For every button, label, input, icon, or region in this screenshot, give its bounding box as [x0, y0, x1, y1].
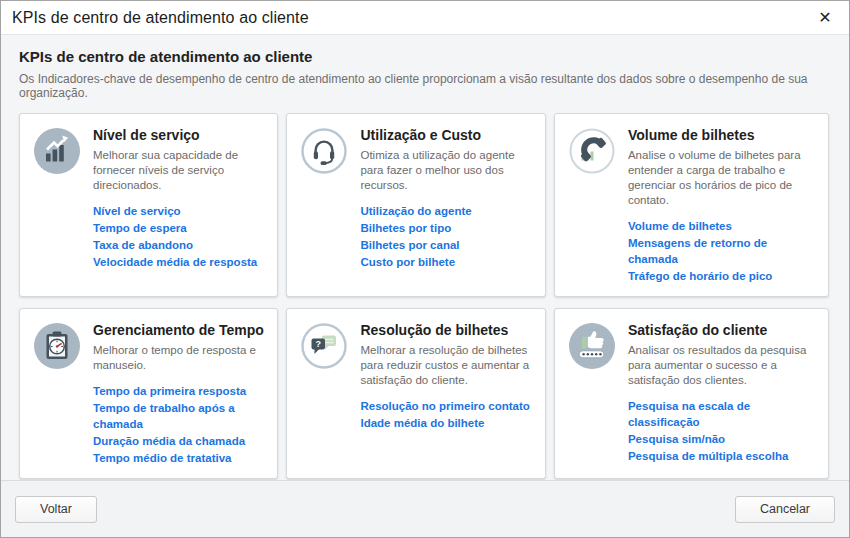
kpi-link[interactable]: Tempo de espera	[93, 220, 267, 236]
page-subtitle: Os Indicadores-chave de desempenho de ce…	[19, 72, 829, 100]
kpi-link[interactable]: Tempo da primeira resposta	[93, 383, 267, 399]
headset-icon	[301, 128, 347, 174]
kpi-dialog-window: KPIs de centro de atendimento ao cliente…	[0, 0, 850, 538]
svg-text:?: ?	[316, 339, 322, 349]
kpi-link[interactable]: Utilização do agente	[360, 203, 534, 219]
chat-question-icon: ?	[301, 323, 347, 369]
card-title: Utilização e Custo	[360, 126, 534, 143]
card-description: Melhorar sua capacidade de fornecer níve…	[93, 148, 267, 193]
dialog-content: KPIs de centro de atendimento ao cliente…	[1, 35, 849, 480]
card-ticket-resolution: ? Resolução de bilhetes Melhorar a resol…	[286, 308, 545, 479]
card-links: Volume de bilhetes Mensagens de retorno …	[628, 218, 818, 284]
card-description: Melhorar a resolução de bilhetes para re…	[360, 343, 534, 388]
card-links: Utilização do agente Bilhetes por tipo B…	[360, 203, 534, 270]
kpi-link[interactable]: Tráfego de horário de pico	[628, 268, 818, 284]
kpi-link[interactable]: Mensagens de retorno de chamada	[628, 235, 818, 267]
card-title: Volume de bilhetes	[628, 126, 818, 143]
growth-bar-chart-icon	[34, 128, 80, 174]
kpi-link[interactable]: Pesquisa de múltipla escolha	[628, 448, 818, 464]
kpi-link[interactable]: Idade média do bilhete	[360, 415, 534, 431]
card-title: Gerenciamento de Tempo	[93, 321, 267, 338]
dialog-footer: Voltar Cancelar	[1, 480, 849, 537]
kpi-link[interactable]: Velocidade média de resposta	[93, 254, 267, 270]
kpi-link[interactable]: Pesquisa sim/não	[628, 431, 818, 447]
card-description: Otimiza a utilização do agente para faze…	[360, 148, 534, 193]
kpi-link[interactable]: Taxa de abandono	[93, 237, 267, 253]
kpi-link[interactable]: Nível de serviço	[93, 203, 267, 219]
kpi-link[interactable]: Bilhetes por tipo	[360, 220, 534, 236]
kpi-link[interactable]: Tempo médio de tratativa	[93, 450, 267, 466]
stopwatch-clipboard-icon	[34, 323, 80, 369]
back-button[interactable]: Voltar	[15, 496, 97, 523]
card-customer-satisfaction: Satisfação do cliente Analisar os result…	[554, 308, 829, 479]
thumbs-up-rating-icon	[569, 323, 615, 369]
kpi-card-grid: Nível de serviço Melhorar sua capacidade…	[19, 113, 829, 479]
card-title: Satisfação do cliente	[628, 321, 818, 338]
cancel-button[interactable]: Cancelar	[735, 496, 835, 523]
card-links: Resolução no primeiro contato Idade médi…	[360, 398, 534, 431]
kpi-link[interactable]: Tempo de trabalho após a chamada	[93, 400, 267, 432]
card-title: Resolução de bilhetes	[360, 321, 534, 338]
kpi-link[interactable]: Custo por bilhete	[360, 254, 534, 270]
card-description: Analise o volume de bilhetes para entend…	[628, 148, 818, 208]
card-time-management: Gerenciamento de Tempo Melhorar o tempo …	[19, 308, 278, 479]
kpi-link[interactable]: Duração média da chamada	[93, 433, 267, 449]
card-service-level: Nível de serviço Melhorar sua capacidade…	[19, 113, 278, 297]
kpi-link[interactable]: Bilhetes por canal	[360, 237, 534, 253]
card-links: Pesquisa na escala de classificação Pesq…	[628, 398, 818, 464]
phone-volume-icon	[569, 128, 615, 174]
kpi-link[interactable]: Resolução no primeiro contato	[360, 398, 534, 414]
dialog-titlebar: KPIs de centro de atendimento ao cliente…	[1, 1, 849, 35]
card-ticket-volume: Volume de bilhetes Analise o volume de b…	[554, 113, 829, 297]
card-utilization-cost: Utilização e Custo Otimiza a utilização …	[286, 113, 545, 297]
page-title: KPIs de centro de atendimento ao cliente	[19, 48, 829, 65]
dialog-title: KPIs de centro de atendimento ao cliente	[12, 9, 309, 27]
kpi-link[interactable]: Volume de bilhetes	[628, 218, 818, 234]
card-title: Nível de serviço	[93, 126, 267, 143]
card-description: Melhorar o tempo de resposta e manuseio.	[93, 343, 267, 373]
card-links: Tempo da primeira resposta Tempo de trab…	[93, 383, 267, 466]
close-icon[interactable]: ✕	[813, 6, 837, 30]
card-links: Nível de serviço Tempo de espera Taxa de…	[93, 203, 267, 270]
kpi-link[interactable]: Pesquisa na escala de classificação	[628, 398, 818, 430]
card-description: Analisar os resultados da pesquisa para …	[628, 343, 818, 388]
